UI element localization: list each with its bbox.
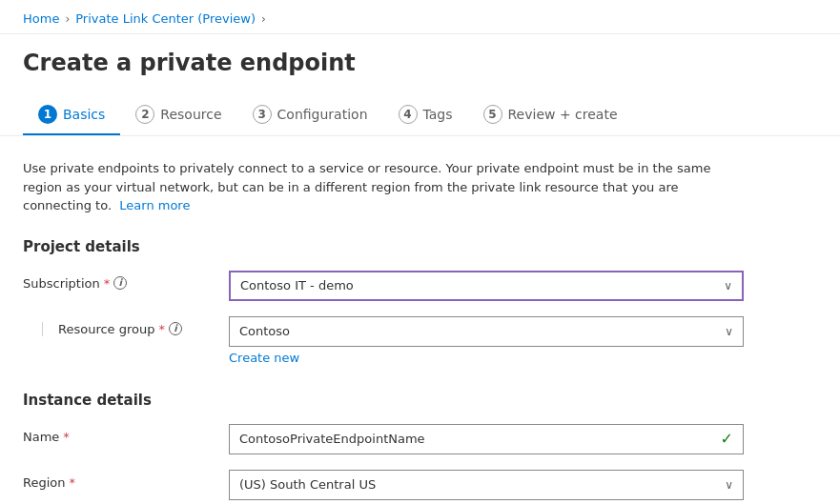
breadcrumb-home[interactable]: Home (23, 11, 59, 26)
tab-resource[interactable]: 2 Resource (120, 95, 236, 135)
instance-details-title: Instance details (23, 392, 817, 409)
tab-label-resource: Resource (160, 107, 221, 122)
resource-group-chevron-icon: ∨ (725, 325, 733, 338)
tab-label-basics: Basics (63, 107, 105, 122)
subscription-row: Subscription * i Contoso IT - demo ∨ (23, 271, 817, 301)
subscription-field-container: Contoso IT - demo ∨ (229, 271, 744, 301)
name-row: Name * ContosoPrivateEndpointName ✓ (23, 424, 817, 454)
resource-group-row: Resource group * i Contoso ∨ Create new (23, 316, 817, 365)
subscription-value: Contoso IT - demo (240, 278, 354, 292)
subscription-label: Subscription * i (23, 276, 214, 291)
region-label: Region * (23, 475, 214, 490)
name-required: * (63, 430, 70, 444)
region-field-container: (US) South Central US ∨ (229, 470, 744, 500)
name-value: ContosoPrivateEndpointName (239, 432, 425, 446)
project-details-section: Project details Subscription * i Contoso… (23, 238, 817, 365)
tab-label-review-create: Review + create (508, 107, 618, 122)
tab-number-5: 5 (483, 105, 502, 124)
breadcrumb-separator-1: › (65, 12, 70, 26)
breadcrumb-private-link[interactable]: Private Link Center (Preview) (75, 11, 256, 26)
region-select[interactable]: (US) South Central US ∨ (229, 470, 744, 500)
resource-group-value: Contoso (239, 324, 290, 338)
subscription-chevron-icon: ∨ (724, 279, 732, 292)
region-label-group: Region * (23, 470, 214, 490)
tab-number-4: 4 (399, 105, 418, 124)
page-header: Create a private endpoint (0, 34, 840, 76)
tab-review-create[interactable]: 5 Review + create (468, 95, 633, 135)
main-content: Use private endpoints to privately conne… (0, 151, 840, 504)
project-details-title: Project details (23, 238, 817, 255)
learn-more-link[interactable]: Learn more (119, 198, 190, 212)
name-label: Name * (23, 430, 214, 444)
create-new-link[interactable]: Create new (229, 351, 744, 365)
tab-basics[interactable]: 1 Basics (23, 95, 120, 135)
subscription-info-icon[interactable]: i (113, 276, 127, 290)
name-field-container: ContosoPrivateEndpointName ✓ (229, 424, 744, 454)
subscription-required: * (104, 276, 111, 291)
description-text: Use private endpoints to privately conne… (23, 159, 748, 215)
tab-number-1: 1 (38, 105, 57, 124)
instance-details-section: Instance details Name * ContosoPrivateEn… (23, 392, 817, 500)
tab-number-2: 2 (135, 105, 154, 124)
tabs-container: 1 Basics 2 Resource 3 Configuration 4 Ta… (0, 95, 840, 136)
resource-group-select[interactable]: Contoso ∨ (229, 316, 744, 347)
resource-group-indent: Resource group * i (42, 322, 214, 336)
resource-group-label-group: Resource group * i (23, 316, 214, 336)
name-check-icon: ✓ (721, 430, 733, 448)
tab-configuration[interactable]: 3 Configuration (237, 95, 383, 135)
region-chevron-icon: ∨ (725, 478, 733, 492)
resource-group-label: Resource group * i (58, 322, 214, 336)
resource-group-required: * (159, 322, 166, 336)
tab-tags[interactable]: 4 Tags (383, 95, 468, 135)
breadcrumb-separator-2: › (261, 12, 266, 26)
tab-label-configuration: Configuration (277, 107, 368, 122)
subscription-label-group: Subscription * i (23, 271, 214, 291)
name-label-group: Name * (23, 424, 214, 444)
resource-group-info-icon[interactable]: i (169, 322, 182, 335)
subscription-select[interactable]: Contoso IT - demo ∨ (229, 271, 744, 301)
region-row: Region * (US) South Central US ∨ (23, 470, 817, 500)
resource-group-field-container: Contoso ∨ Create new (229, 316, 744, 365)
region-required: * (70, 475, 76, 490)
tab-number-3: 3 (253, 105, 272, 124)
tab-label-tags: Tags (423, 107, 453, 122)
region-value: (US) South Central US (239, 477, 376, 492)
breadcrumb: Home › Private Link Center (Preview) › (0, 0, 840, 34)
page-title: Create a private endpoint (23, 50, 817, 76)
name-input[interactable]: ContosoPrivateEndpointName ✓ (229, 424, 744, 454)
